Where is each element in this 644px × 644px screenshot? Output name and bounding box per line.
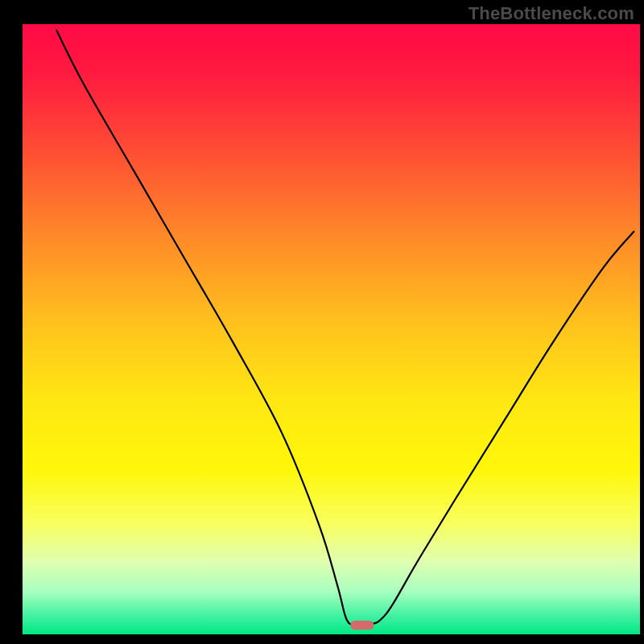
watermark-label: TheBottleneck.com — [469, 3, 634, 24]
plot-background — [23, 24, 640, 634]
chart-svg — [0, 0, 644, 644]
bottleneck-chart: TheBottleneck.com — [0, 0, 644, 644]
optimal-marker — [350, 621, 374, 630]
